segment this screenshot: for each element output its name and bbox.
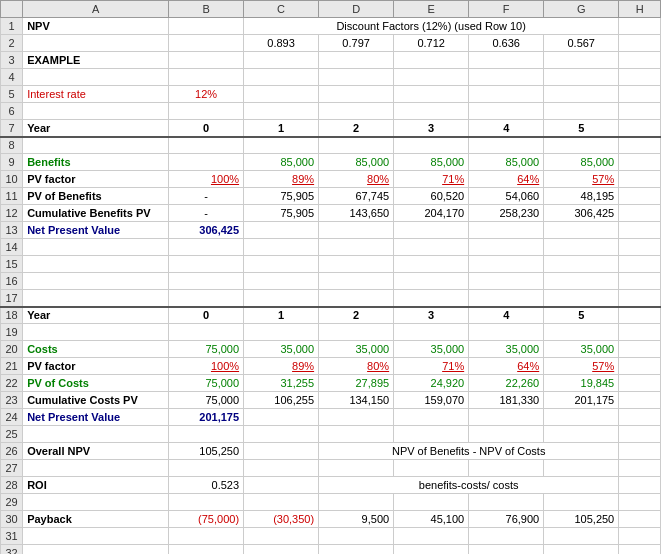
table-row: 9 Benefits 85,000 85,000 85,000 85,000 8… (1, 154, 661, 171)
table-row: 28 ROI 0.523 benefits-costs/ costs (1, 477, 661, 494)
table-row: 11 PV of Benefits - 75,905 67,745 60,520… (1, 188, 661, 205)
table-row: 4 (1, 69, 661, 86)
table-row: 18 Year 0 1 2 3 4 5 (1, 307, 661, 324)
table-row: 14 (1, 239, 661, 256)
table-row: 3 EXAMPLE (1, 52, 661, 69)
table-row: 16 (1, 273, 661, 290)
table-row: 29 (1, 494, 661, 511)
col-header-c: C (244, 1, 319, 18)
table-row: 23 Cumulative Costs PV 75,000 106,255 13… (1, 392, 661, 409)
corner-header (1, 1, 23, 18)
interest-rate-value: 12% (169, 86, 244, 103)
col-header-g: G (544, 1, 619, 18)
table-row: 22 PV of Costs 75,000 31,255 27,895 24,9… (1, 375, 661, 392)
table-row: 12 Cumulative Benefits PV - 75,905 143,6… (1, 205, 661, 222)
table-row: 30 Payback (75,000) (30,350) 9,500 45,10… (1, 511, 661, 528)
table-row: 6 (1, 103, 661, 120)
table-row: 8 (1, 137, 661, 154)
table-row: 19 (1, 324, 661, 341)
table-row: 15 (1, 256, 661, 273)
table-row: 7 Year 0 1 2 3 4 5 (1, 120, 661, 137)
col-header-a: A (23, 1, 169, 18)
table-row: 1 NPV Discount Factors (12%) (used Row 1… (1, 18, 661, 35)
table-row: 17 (1, 290, 661, 307)
col-header-d: D (319, 1, 394, 18)
table-row: 31 (1, 528, 661, 545)
table-row: 25 (1, 426, 661, 443)
table-row: 2 0.893 0.797 0.712 0.636 0.567 (1, 35, 661, 52)
table-row: 13 Net Present Value 306,425 (1, 222, 661, 239)
interest-rate-label: Interest rate (23, 86, 169, 103)
spreadsheet: A B C D E F G H 1 NPV Discount Factors (… (0, 0, 661, 554)
col-header-b: B (169, 1, 244, 18)
col-header-e: E (394, 1, 469, 18)
table-row: 32 (1, 545, 661, 555)
table-row: 20 Costs 75,000 35,000 35,000 35,000 35,… (1, 341, 661, 358)
table-row: 10 PV factor 100% 89% 80% 71% 64% 57% (1, 171, 661, 188)
col-header-f: F (469, 1, 544, 18)
table-row: 21 PV factor 100% 89% 80% 71% 64% 57% (1, 358, 661, 375)
table-row: 26 Overall NPV 105,250 NPV of Benefits -… (1, 443, 661, 460)
table-row: 27 (1, 460, 661, 477)
table-row: 24 Net Present Value 201,175 (1, 409, 661, 426)
col-header-h: H (619, 1, 661, 18)
table-row: 5 Interest rate 12% (1, 86, 661, 103)
